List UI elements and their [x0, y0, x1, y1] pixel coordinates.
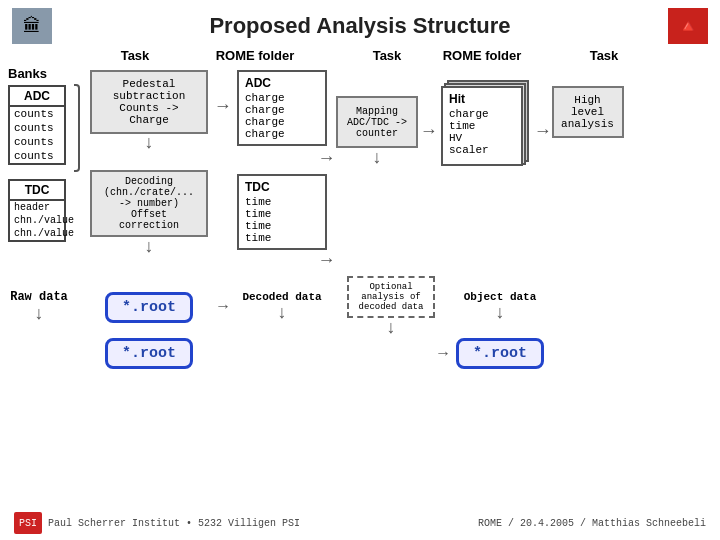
adc-count-2: counts — [10, 121, 64, 135]
logo-right-icon: 🔺 — [668, 8, 708, 44]
arrow-down-raw: ↓ — [34, 304, 45, 324]
rome1-adc-item1: charge — [245, 92, 319, 104]
task-col3-header: Task — [564, 48, 644, 63]
footer-left-text: Paul Scherrer Institut • 5232 Villigen P… — [48, 518, 300, 529]
adc-count-1: counts — [10, 107, 64, 121]
adc-count-4: counts — [10, 149, 64, 163]
root2-box: *.root — [105, 338, 193, 369]
root1-section: *.root — [84, 292, 214, 323]
decoded-data-section: Decoded data ↓ — [232, 291, 332, 323]
arrow-right-root2: → — [436, 345, 450, 363]
task1-tdc-line2: (chn./crate/... — [104, 187, 194, 198]
rome1-tdc-item1: time — [245, 196, 319, 208]
task3-column: High level analysis — [550, 66, 625, 138]
hit-label: Hit — [449, 92, 515, 106]
root3-section: *.root — [450, 338, 550, 369]
object-data-label: Object data — [464, 291, 537, 303]
task-col2-header: Task — [342, 48, 432, 63]
root1-box: *.root — [105, 292, 193, 323]
tdc-item-3: chn./value — [10, 227, 64, 240]
task1-tdc-line3: -> number) — [119, 198, 179, 209]
decoded-data-label: Decoded data — [242, 291, 321, 303]
rome2-column: Hit charge time HV scaler — [436, 66, 536, 176]
object-data-section: Object data ↓ — [450, 291, 550, 323]
rome1-tdc-folder: TDC time time time time — [237, 174, 327, 250]
footer-logo-left: PSI — [14, 512, 42, 534]
arrow-right-2: → — [422, 66, 436, 141]
arrow-down-object: ↓ — [495, 303, 506, 323]
optional-section: Optional analysis of decoded data ↓ — [346, 276, 436, 338]
brace-banks — [70, 66, 84, 190]
rome1-tdc-item2: time — [245, 208, 319, 220]
hit-item4: scaler — [449, 144, 515, 156]
hit-item1: charge — [449, 108, 515, 120]
rome-col1-header: ROME folder — [200, 48, 310, 63]
raw-data-label: Raw data — [10, 290, 68, 304]
hit-folder-stack: Hit charge time HV scaler — [441, 86, 531, 176]
task1-tdc-line4: Offset correction — [98, 209, 200, 231]
rome1-tdc-item4: time — [245, 232, 319, 244]
arrow-right-3: → — [536, 66, 550, 141]
banks-column: Banks ADC counts counts counts counts TD… — [8, 66, 70, 242]
tdc-item-1: header — [10, 201, 64, 214]
rome-col2-header: ROME folder — [432, 48, 532, 63]
arrow-down-task1-adc: ↓ — [144, 134, 155, 152]
mapping-box: Mapping ADC/TDC -> counter — [336, 96, 418, 148]
task-col1-header: Task — [70, 48, 200, 63]
arrow-down-mapping: ↓ — [372, 148, 383, 168]
optional-box: Optional analysis of decoded data — [347, 276, 435, 318]
arrow-down-task1-tdc: ↓ — [144, 237, 155, 257]
raw-data-section: Raw data ↓ — [8, 290, 70, 324]
high-level-box: High level analysis — [552, 86, 624, 138]
rome1-adc-folder: ADC charge charge charge charge — [237, 70, 327, 146]
arrow-rome1-adc: → — [321, 148, 332, 168]
adc-count-3: counts — [10, 135, 64, 149]
arrow-right-1: → — [214, 66, 232, 116]
adc-box-label: ADC — [8, 85, 66, 107]
task1-adc-box: Pedestal subtraction Counts -> Charge — [90, 70, 208, 134]
tdc-items-list: header chn./value chn./value — [8, 201, 66, 242]
logo-left-icon: 🏛 — [12, 8, 52, 44]
root3-box: *.root — [456, 338, 544, 369]
rome1-adc-item2: charge — [245, 104, 319, 116]
task1-column: Pedestal subtraction Counts -> Charge ↓ … — [84, 66, 214, 257]
rome1-adc-label: ADC — [245, 76, 319, 90]
hit-item2: time — [449, 120, 515, 132]
banks-label: Banks — [8, 66, 47, 81]
task1-tdc-line1: Decoding — [125, 176, 173, 187]
rome1-adc-item3: charge — [245, 116, 319, 128]
arrow-rome1-tdc: → — [321, 250, 332, 270]
rome1-column: ADC charge charge charge charge → TDC ti… — [232, 66, 332, 270]
task1-tdc-box: Decoding (chn./crate/... -> number) Offs… — [90, 170, 208, 237]
tdc-item-2: chn./value — [10, 214, 64, 227]
footer-right-text: ROME / 20.4.2005 / Matthias Schneebeli — [478, 518, 706, 529]
rome1-tdc-label: TDC — [245, 180, 319, 194]
rome1-adc-item4: charge — [245, 128, 319, 140]
task2-column: Mapping ADC/TDC -> counter ↓ — [332, 66, 422, 168]
root2-section: *.root — [84, 338, 214, 369]
arrow-down-decoded: ↓ — [277, 303, 288, 323]
page-title: Proposed Analysis Structure — [52, 13, 668, 39]
rome1-tdc-item3: time — [245, 220, 319, 232]
arrow-down-optional: ↓ — [386, 318, 397, 338]
arrow-right-root1: → — [214, 298, 232, 316]
footer: PSI Paul Scherrer Institut • 5232 Villig… — [0, 512, 720, 534]
header: 🏛 Proposed Analysis Structure 🔺 — [0, 0, 720, 48]
adc-counts-list: counts counts counts counts — [8, 107, 66, 165]
hit-item3: HV — [449, 132, 515, 144]
tdc-box-label: TDC — [8, 179, 66, 201]
